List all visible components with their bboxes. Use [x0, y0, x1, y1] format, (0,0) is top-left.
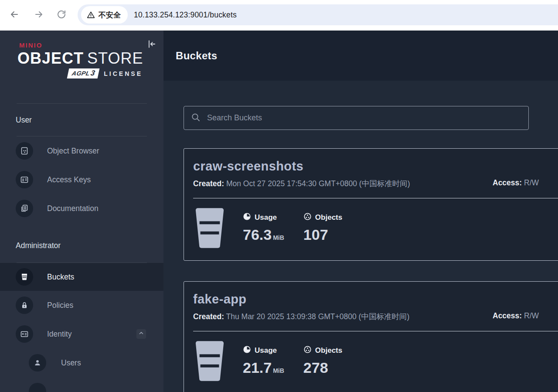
usage-value: 21.7 MiB: [243, 359, 284, 376]
bucket-large-icon: [194, 207, 225, 249]
access-value: R/W: [524, 311, 539, 320]
usage-pie-icon: [243, 345, 251, 356]
created-value: Thu Mar 20 2025 13:09:38 GMT+0800 (中国标准时…: [226, 312, 410, 321]
main-area: Buckets craw-screenshots Created: Mon Oc…: [163, 31, 558, 392]
license-row: AGPL 3 LICENSE: [17, 68, 163, 78]
minio-logo: MINIO OBJECTSTORE AGPL 3 LICENSE: [0, 31, 163, 78]
bucket-stats-row: Usage 76.3 MiB Objects: [184, 198, 558, 260]
bucket-card-head: fake-app Created: Thu Mar 20 2025 13:09:…: [184, 282, 558, 322]
content-area: craw-screenshots Created: Mon Oct 27 202…: [163, 81, 558, 392]
usage-stat: Usage 21.7 MiB: [243, 340, 284, 382]
identity-icon: [16, 325, 33, 343]
access-value: R/W: [524, 178, 539, 187]
identity-collapse-toggle[interactable]: [136, 329, 146, 339]
back-arrow-icon: [9, 9, 20, 21]
section-label-administrator: Administrator: [16, 241, 163, 250]
search-buckets-field[interactable]: [184, 106, 529, 130]
usage-pie-icon: [243, 212, 251, 223]
sidebar-item-label: Buckets: [47, 273, 74, 282]
browser-back-button[interactable]: [9, 10, 20, 21]
documentation-icon: [16, 200, 33, 217]
partial-item-icon: [29, 383, 46, 392]
bucket-large-icon: [194, 340, 225, 382]
bucket-name: craw-screenshots: [193, 159, 558, 174]
sidebar-item-documentation[interactable]: Documentation: [0, 194, 163, 223]
usage-label-row: Usage: [243, 212, 284, 223]
usage-value: 76.3 MiB: [243, 226, 284, 243]
access-keys-icon: [16, 171, 33, 188]
sidebar-item-label: Policies: [47, 301, 73, 310]
page-title: Buckets: [176, 50, 217, 62]
bucket-name: fake-app: [193, 292, 558, 307]
objects-value: 107: [303, 226, 342, 243]
forward-arrow-icon: [34, 9, 44, 21]
usage-label-row: Usage: [243, 345, 284, 356]
sidebar-item-buckets[interactable]: Buckets: [0, 263, 163, 291]
section-label-user: User: [16, 116, 163, 125]
created-value: Mon Oct 27 2025 17:54:30 GMT+0800 (中国标准时…: [226, 179, 410, 188]
usage-stat: Usage 76.3 MiB: [243, 207, 284, 249]
collapse-sidebar-icon: [147, 43, 157, 50]
browser-forward-button[interactable]: [33, 10, 44, 21]
sidebar-item-policies[interactable]: Policies: [0, 291, 163, 320]
access-label: Access:: [493, 311, 522, 320]
bucket-card-craw-screenshots[interactable]: craw-screenshots Created: Mon Oct 27 202…: [184, 148, 558, 261]
minio-brand-text: MINIO: [19, 41, 163, 49]
bucket-card-head: craw-screenshots Created: Mon Oct 27 202…: [184, 149, 558, 189]
sidebar: MINIO OBJECTSTORE AGPL 3 LICENSE User Ob…: [0, 31, 163, 392]
policies-lock-icon: [16, 297, 33, 314]
object-store-wordmark: OBJECTSTORE: [17, 50, 163, 67]
objects-label-row: Objects: [303, 345, 342, 356]
sidebar-item-label: Documentation: [47, 204, 99, 213]
objects-label-row: Objects: [303, 212, 342, 223]
reload-icon: [56, 9, 67, 21]
sidebar-item-label: Object Browser: [47, 147, 99, 156]
objects-icon: [303, 212, 312, 223]
search-input[interactable]: [207, 113, 521, 123]
search-icon: [191, 112, 201, 124]
sidebar-item-label: Identity: [47, 330, 71, 339]
objects-stat: Objects 107: [303, 207, 342, 249]
bucket-card-fake-app[interactable]: fake-app Created: Thu Mar 20 2025 13:09:…: [184, 281, 558, 392]
objects-stat: Objects 278: [303, 340, 342, 382]
access-field: Access: R/W: [493, 178, 539, 187]
object-browser-icon: [16, 142, 33, 160]
sidebar-item-partial[interactable]: [0, 377, 163, 392]
browser-chrome: 不安全 10.133.254.123:9001/buckets: [0, 0, 558, 31]
security-chip[interactable]: 不安全: [81, 6, 128, 24]
bucket-meta-row: Created: Thu Mar 20 2025 13:09:38 GMT+08…: [193, 311, 558, 322]
sidebar-item-label: Users: [61, 358, 81, 368]
sidebar-item-identity[interactable]: Identity: [0, 320, 163, 348]
sidebar-divider: [17, 103, 147, 104]
buckets-icon: [16, 268, 33, 286]
users-icon: [29, 354, 46, 372]
bucket-meta-row: Created: Mon Oct 27 2025 17:54:30 GMT+08…: [193, 178, 558, 189]
chevron-up-icon: [138, 330, 144, 338]
bucket-stats-row: Usage 21.7 MiB Objects: [184, 331, 558, 392]
warning-triangle-icon: [86, 10, 95, 20]
security-chip-label: 不安全: [99, 10, 121, 20]
sidebar-item-access-keys[interactable]: Access Keys: [0, 165, 163, 194]
address-bar[interactable]: 不安全 10.133.254.123:9001/buckets: [78, 4, 558, 25]
url-text: 10.133.254.123:9001/buckets: [134, 10, 237, 20]
sidebar-collapse-button[interactable]: [147, 39, 157, 49]
sidebar-item-object-browser[interactable]: Object Browser: [0, 136, 163, 165]
license-label: LICENSE: [104, 70, 143, 77]
created-label: Created:: [193, 179, 224, 188]
agpl-badge: AGPL 3: [67, 68, 100, 78]
created-label: Created:: [193, 312, 224, 321]
objects-icon: [303, 345, 312, 356]
objects-value: 278: [303, 359, 342, 376]
sidebar-item-users[interactable]: Users: [0, 348, 163, 377]
page-header: Buckets: [163, 31, 558, 81]
access-label: Access:: [493, 178, 522, 187]
browser-reload-button[interactable]: [56, 10, 67, 21]
sidebar-item-label: Access Keys: [47, 175, 91, 184]
access-field: Access: R/W: [493, 311, 539, 320]
